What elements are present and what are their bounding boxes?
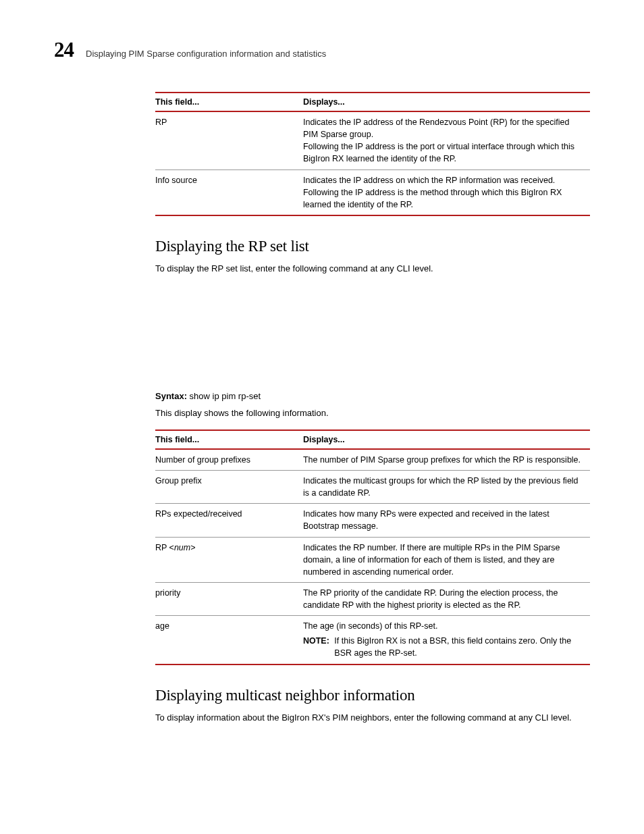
rp-set-intro: To display the RP set list, enter the fo…: [155, 262, 590, 276]
cell-field: RP <num>: [155, 537, 303, 582]
cell-desc: Indicates the multicast groups for which…: [303, 471, 590, 504]
chapter-number: 24: [54, 38, 74, 62]
col-header-field: This field...: [155, 430, 303, 449]
cell-field: RPs expected/received: [155, 504, 303, 537]
table-rp-set-fields: This field... Displays... Number of grou…: [155, 429, 590, 665]
cell-desc: Indicates the RP number. If there are mu…: [303, 537, 590, 582]
cell-field: Number of group prefixes: [155, 449, 303, 471]
table-row: Number of group prefixes The number of P…: [155, 449, 590, 471]
cell-field: Group prefix: [155, 471, 303, 504]
table-row: RPs expected/received Indicates how many…: [155, 504, 590, 537]
table-row: priority The RP priority of the candidat…: [155, 582, 590, 615]
cell-field: priority: [155, 582, 303, 615]
heading-rp-set-list: Displaying the RP set list: [155, 238, 590, 255]
syntax-line: Syntax: show ip pim rp-set: [155, 391, 590, 401]
cell-desc: The age (in seconds) of this RP-set. NOT…: [303, 616, 590, 664]
cell-desc: The number of PIM Sparse group prefixes …: [303, 449, 590, 471]
cell-field: Info source: [155, 170, 303, 215]
table-row: RP Indicates the IP address of the Rende…: [155, 111, 590, 170]
table-row: Group prefix Indicates the multicast gro…: [155, 471, 590, 504]
cell-desc: Indicates the IP address of the Rendezvo…: [303, 111, 590, 170]
page: 24 Displaying PIM Sparse configuration i…: [0, 0, 644, 787]
cell-field: age: [155, 616, 303, 664]
note-label: NOTE:: [303, 636, 329, 646]
neighbor-intro: To display information about the BigIron…: [155, 711, 590, 725]
syntax-command: show ip pim rp-set: [190, 391, 261, 401]
table-rp-fields: This field... Displays... RP Indicates t…: [155, 92, 590, 216]
table-row: age The age (in seconds) of this RP-set.…: [155, 616, 590, 664]
cell-desc: Indicates how many RPs were expected and…: [303, 504, 590, 537]
cell-desc: Indicates the IP address on which the RP…: [303, 170, 590, 215]
heading-multicast-neighbor: Displaying multicast neighbor informatio…: [155, 687, 590, 704]
col-header-displays: Displays...: [303, 430, 590, 449]
note-text: If this BigIron RX is not a BSR, this fi…: [334, 635, 576, 659]
syntax-label: Syntax:: [155, 391, 187, 401]
cell-desc: The RP priority of the candidate RP. Dur…: [303, 582, 590, 615]
chapter-title: Displaying PIM Sparse configuration info…: [86, 49, 326, 59]
rp-set-leadin: This display shows the following informa…: [155, 407, 590, 420]
col-header-displays: Displays...: [303, 93, 590, 111]
content-area: This field... Displays... RP Indicates t…: [155, 92, 590, 724]
col-header-field: This field...: [155, 93, 303, 111]
cell-field: RP: [155, 111, 303, 170]
cli-example-placeholder: [155, 284, 590, 386]
table-row: Info source Indicates the IP address on …: [155, 170, 590, 215]
page-header: 24 Displaying PIM Sparse configuration i…: [54, 38, 590, 62]
table-row: RP <num> Indicates the RP number. If the…: [155, 537, 590, 582]
